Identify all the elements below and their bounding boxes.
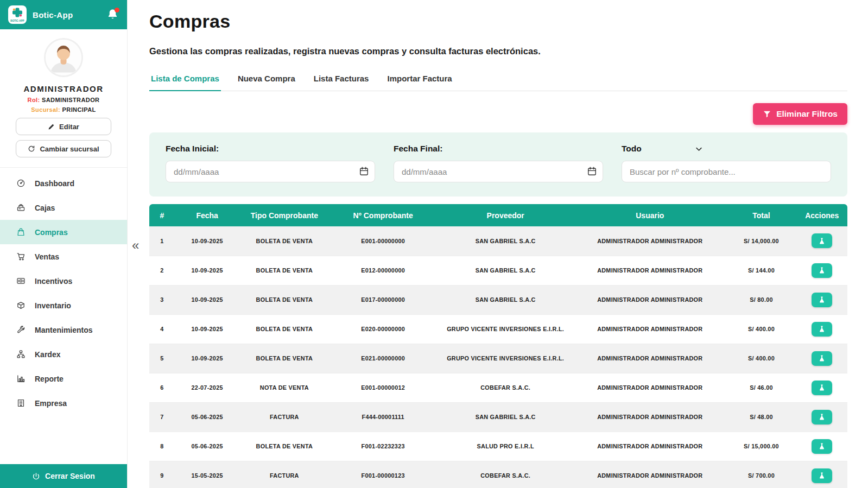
cell-proveedor: GRUPO VICENTE INVERSIONES E.I.R.L. xyxy=(437,314,574,344)
fecha-final-input[interactable] xyxy=(394,161,603,182)
cell-num: 8 xyxy=(149,432,175,461)
flask-icon xyxy=(818,472,826,479)
change-branch-button[interactable]: Cambiar sucursal xyxy=(16,140,111,157)
row-action-button[interactable] xyxy=(812,263,832,278)
power-icon xyxy=(32,472,40,480)
chart-icon xyxy=(16,374,26,383)
sidebar-item-incentivos[interactable]: Incentivos xyxy=(0,269,127,293)
cell-acciones xyxy=(797,226,848,256)
cell-total: S/ 15,000.00 xyxy=(726,432,796,461)
change-branch-label: Cambiar sucursal xyxy=(40,145,99,153)
row-action-button[interactable] xyxy=(812,351,832,366)
card-icon xyxy=(16,276,26,286)
cell-num: 7 xyxy=(149,402,175,432)
flask-icon xyxy=(818,237,826,245)
cell-usuario: ADMINISTRADOR ADMINISTRADOR xyxy=(574,402,726,432)
sitemap-icon xyxy=(16,350,26,359)
role-value: SADMINISTRADOR xyxy=(42,97,99,103)
cell-proveedor: GRUPO VICENTE INVERSIONES E.I.R.L. xyxy=(437,344,574,373)
logout-button[interactable]: Cerrar Sesion xyxy=(0,464,127,488)
sidebar-collapse-toggle[interactable]: « xyxy=(132,239,139,252)
tab-importar-factura[interactable]: Importar Factura xyxy=(385,74,453,91)
table-row: 510-09-2025BOLETA DE VENTAE021-00000000G… xyxy=(149,344,847,373)
cell-num: 6 xyxy=(149,373,175,402)
sidebar-item-cajas[interactable]: Cajas xyxy=(0,195,127,220)
row-action-button[interactable] xyxy=(812,468,832,483)
flask-icon xyxy=(818,267,826,274)
cell-tipo: BOLETA DE VENTA xyxy=(240,226,330,256)
sidebar-item-dashboard[interactable]: Dashboard xyxy=(0,171,127,195)
app-root: BOTIC-APP Botic-App xyxy=(0,0,868,488)
row-action-button[interactable] xyxy=(812,381,832,395)
edit-profile-button[interactable]: Editar xyxy=(16,118,111,135)
cell-acciones xyxy=(797,402,848,432)
sidebar-menu: DashboardCajasComprasVentasIncentivosInv… xyxy=(0,167,127,415)
tab-lista-facturas[interactable]: Lista Facturas xyxy=(312,74,371,91)
table-row: 622-07-2025NOTA DE VENTAE001-00000012COB… xyxy=(149,373,847,402)
table-body: 110-09-2025BOLETA DE VENTAE001-00000000S… xyxy=(149,226,847,488)
row-action-button[interactable] xyxy=(812,439,832,454)
sidebar-item-empresa[interactable]: Empresa xyxy=(0,391,127,415)
sidebar-item-reporte[interactable]: Reporte xyxy=(0,366,127,391)
search-comprobante-input[interactable] xyxy=(622,161,831,182)
user-branch-line: Sucursal: PRINCIPAL xyxy=(0,106,127,113)
row-action-button[interactable] xyxy=(812,322,832,337)
cell-tipo: BOLETA DE VENTA xyxy=(240,314,330,344)
table-row: 210-09-2025BOLETA DE VENTAE012-00000000S… xyxy=(149,256,847,285)
app-logo-icon: BOTIC-APP xyxy=(8,5,27,24)
cell-acciones xyxy=(797,256,848,285)
column-header-usuario: Usuario xyxy=(574,204,726,226)
cell-usuario: ADMINISTRADOR ADMINISTRADOR xyxy=(574,432,726,461)
sidebar-item-label: Incentivos xyxy=(35,277,72,286)
cell-acciones xyxy=(797,314,848,344)
cell-total: S/ 14,000.00 xyxy=(726,226,796,256)
row-action-button[interactable] xyxy=(812,293,832,307)
fecha-inicial-input[interactable] xyxy=(166,161,375,182)
sidebar-item-label: Ventas xyxy=(35,252,59,261)
cell-total: S/ 400.00 xyxy=(726,314,796,344)
shopping-cart-icon xyxy=(16,252,26,261)
sidebar-item-inventario[interactable]: Inventario xyxy=(0,293,127,318)
sidebar-item-compras[interactable]: Compras xyxy=(0,220,127,244)
cell-acciones xyxy=(797,432,848,461)
cell-total: S/ 700.00 xyxy=(726,461,796,488)
cell-fecha: 10-09-2025 xyxy=(175,285,240,314)
cell-usuario: ADMINISTRADOR ADMINISTRADOR xyxy=(574,285,726,314)
notifications-bell-icon[interactable] xyxy=(106,8,119,21)
column-header-acciones: Acciones xyxy=(797,204,848,226)
clear-filters-label: Eliminar Filtros xyxy=(776,109,838,119)
sidebar-item-mantenimientos[interactable]: Mantenimientos xyxy=(0,318,127,342)
sidebar-item-label: Kardex xyxy=(35,350,60,359)
cell-comprobante: E012-00000000 xyxy=(329,256,437,285)
row-action-button[interactable] xyxy=(812,233,832,248)
sidebar-item-kardex[interactable]: Kardex xyxy=(0,342,127,366)
clear-filters-button[interactable]: Eliminar Filtros xyxy=(753,103,847,125)
sidebar-item-label: Inventario xyxy=(35,301,71,310)
tab-lista-de-compras[interactable]: Lista de Compras xyxy=(149,74,221,91)
column-header-: # xyxy=(149,204,175,226)
cell-num: 9 xyxy=(149,461,175,488)
cell-proveedor: COBEFAR S.A.C. xyxy=(437,373,574,402)
cell-proveedor: SAN GABRIEL S.A.C xyxy=(437,402,574,432)
flask-icon xyxy=(818,384,826,391)
cell-acciones xyxy=(797,344,848,373)
flask-icon xyxy=(818,296,826,303)
row-action-button[interactable] xyxy=(812,410,832,424)
cell-num: 4 xyxy=(149,314,175,344)
cell-proveedor: SAN GABRIEL S.A.C xyxy=(437,226,574,256)
flask-icon xyxy=(818,413,826,421)
cell-usuario: ADMINISTRADOR ADMINISTRADOR xyxy=(574,461,726,488)
comprobante-type-select[interactable]: Todo xyxy=(622,143,703,154)
flask-icon xyxy=(818,325,826,333)
fecha-final-label: Fecha Final: xyxy=(394,143,603,154)
page-subtitle: Gestiona las compras realizadas, registr… xyxy=(149,46,847,56)
tab-nueva-compra[interactable]: Nueva Compra xyxy=(236,74,297,91)
purchases-table: #FechaTipo ComprobanteNº ComprobanteProv… xyxy=(149,204,847,488)
cell-fecha: 05-06-2025 xyxy=(175,432,240,461)
sidebar-item-ventas[interactable]: Ventas xyxy=(0,244,127,269)
cell-num: 2 xyxy=(149,256,175,285)
sidebar-header: BOTIC-APP Botic-App xyxy=(0,0,127,29)
cell-proveedor: COBEFAR S.A.C. xyxy=(437,461,574,488)
cell-total: S/ 46.00 xyxy=(726,373,796,402)
user-profile: ADMINISTRADOR Rol: SADMINISTRADOR Sucurs… xyxy=(0,29,127,161)
